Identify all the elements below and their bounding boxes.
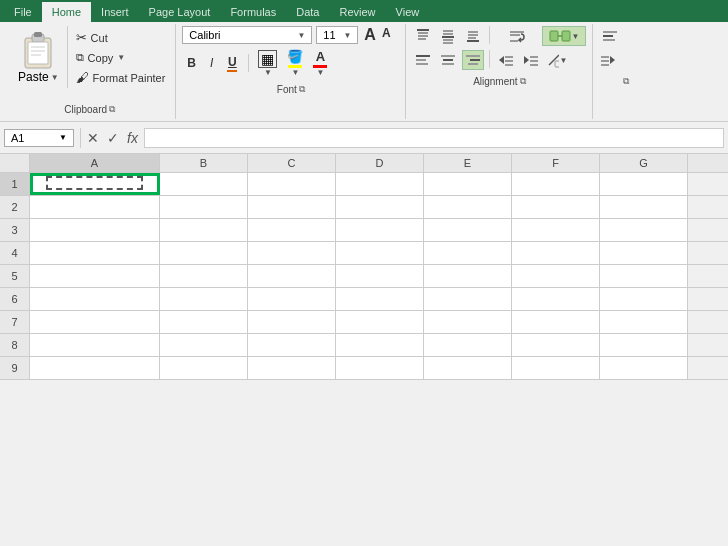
cell-a6[interactable] <box>30 288 160 310</box>
cell-g9[interactable] <box>600 357 688 379</box>
col-header-b[interactable]: B <box>160 154 248 172</box>
tab-page-layout[interactable]: Page Layout <box>139 2 221 22</box>
cell-d7[interactable] <box>336 311 424 333</box>
cell-e2[interactable] <box>424 196 512 218</box>
border-button[interactable]: ▦ ▼ <box>255 49 280 78</box>
cell-b8[interactable] <box>160 334 248 356</box>
bold-button[interactable]: B <box>182 54 201 72</box>
col-header-e[interactable]: E <box>424 154 512 172</box>
tab-data[interactable]: Data <box>286 2 329 22</box>
extra-expand-icon[interactable]: ⧉ <box>623 76 629 87</box>
wrap-text-button[interactable] <box>495 26 539 46</box>
cell-d8[interactable] <box>336 334 424 356</box>
tab-formulas[interactable]: Formulas <box>220 2 286 22</box>
cell-b3[interactable] <box>160 219 248 241</box>
font-size-dropdown[interactable]: 11 ▼ <box>316 26 358 44</box>
cell-f8[interactable] <box>512 334 600 356</box>
cell-c3[interactable] <box>248 219 336 241</box>
decrease-indent-button[interactable] <box>495 50 517 70</box>
merge-center-button[interactable]: ▼ <box>542 26 586 46</box>
cell-f1[interactable] <box>512 173 600 195</box>
cell-g5[interactable] <box>600 265 688 287</box>
col-header-f[interactable]: F <box>512 154 600 172</box>
copy-button[interactable]: ⧉ Copy ▼ <box>72 49 170 66</box>
extra-btn-1[interactable] <box>599 26 621 46</box>
fill-color-button[interactable]: 🪣 ▼ <box>284 48 306 78</box>
cell-g3[interactable] <box>600 219 688 241</box>
cell-f6[interactable] <box>512 288 600 310</box>
font-name-dropdown[interactable]: Calibri ▼ <box>182 26 312 44</box>
formula-confirm-button[interactable]: ✓ <box>107 130 119 146</box>
font-color-button[interactable]: A ▼ <box>310 48 330 78</box>
cell-c1[interactable] <box>248 173 336 195</box>
format-painter-button[interactable]: 🖌 Format Painter <box>72 68 170 87</box>
cell-b7[interactable] <box>160 311 248 333</box>
cut-button[interactable]: ✂ Cut <box>72 28 170 47</box>
cell-a1[interactable] <box>30 173 160 195</box>
cell-c5[interactable] <box>248 265 336 287</box>
cell-e9[interactable] <box>424 357 512 379</box>
cell-b5[interactable] <box>160 265 248 287</box>
tab-file[interactable]: File <box>4 2 42 22</box>
cell-reference-box[interactable]: A1 ▼ <box>4 129 74 147</box>
cell-c6[interactable] <box>248 288 336 310</box>
tab-review[interactable]: Review <box>329 2 385 22</box>
cell-g6[interactable] <box>600 288 688 310</box>
cell-b1[interactable] <box>160 173 248 195</box>
col-header-a[interactable]: A <box>30 154 160 172</box>
cell-d1[interactable] <box>336 173 424 195</box>
cell-f7[interactable] <box>512 311 600 333</box>
extra-btn-2[interactable] <box>599 50 621 70</box>
cell-b4[interactable] <box>160 242 248 264</box>
align-expand-icon[interactable]: ⧉ <box>520 76 526 87</box>
cell-d5[interactable] <box>336 265 424 287</box>
cell-a7[interactable] <box>30 311 160 333</box>
cell-b2[interactable] <box>160 196 248 218</box>
tab-view[interactable]: View <box>386 2 430 22</box>
cell-g1[interactable] <box>600 173 688 195</box>
cell-f2[interactable] <box>512 196 600 218</box>
cell-g4[interactable] <box>600 242 688 264</box>
underline-button[interactable]: U <box>222 53 242 74</box>
cell-e4[interactable] <box>424 242 512 264</box>
cell-a2[interactable] <box>30 196 160 218</box>
cell-f3[interactable] <box>512 219 600 241</box>
grow-font-button[interactable]: A <box>362 26 378 44</box>
cell-a5[interactable] <box>30 265 160 287</box>
orient-arrow[interactable]: ▼ <box>559 56 567 65</box>
orientation-button[interactable]: ▼ <box>545 50 567 70</box>
cell-e8[interactable] <box>424 334 512 356</box>
align-middle-button[interactable] <box>437 26 459 46</box>
cell-f4[interactable] <box>512 242 600 264</box>
cell-c9[interactable] <box>248 357 336 379</box>
italic-button[interactable]: I <box>205 54 218 72</box>
paste-dropdown-arrow[interactable]: ▼ <box>51 73 59 82</box>
cell-e1[interactable] <box>424 173 512 195</box>
font-expand-icon[interactable]: ⧉ <box>299 84 305 95</box>
cell-f9[interactable] <box>512 357 600 379</box>
cell-e5[interactable] <box>424 265 512 287</box>
shrink-font-button[interactable]: A <box>380 26 393 44</box>
cell-a8[interactable] <box>30 334 160 356</box>
cell-a4[interactable] <box>30 242 160 264</box>
cell-g8[interactable] <box>600 334 688 356</box>
align-top-button[interactable] <box>412 26 434 46</box>
cell-d3[interactable] <box>336 219 424 241</box>
tab-insert[interactable]: Insert <box>91 2 139 22</box>
formula-cancel-button[interactable]: ✕ <box>87 130 99 146</box>
cell-e6[interactable] <box>424 288 512 310</box>
cell-a9[interactable] <box>30 357 160 379</box>
cell-c2[interactable] <box>248 196 336 218</box>
cell-a3[interactable] <box>30 219 160 241</box>
paste-button[interactable]: Paste ▼ <box>10 26 68 88</box>
cell-d9[interactable] <box>336 357 424 379</box>
cell-b9[interactable] <box>160 357 248 379</box>
cell-g2[interactable] <box>600 196 688 218</box>
increase-indent-button[interactable] <box>520 50 542 70</box>
align-right-button[interactable] <box>462 50 484 70</box>
cell-b6[interactable] <box>160 288 248 310</box>
corner-cell[interactable] <box>0 154 30 172</box>
cell-d4[interactable] <box>336 242 424 264</box>
cell-f5[interactable] <box>512 265 600 287</box>
cell-c4[interactable] <box>248 242 336 264</box>
